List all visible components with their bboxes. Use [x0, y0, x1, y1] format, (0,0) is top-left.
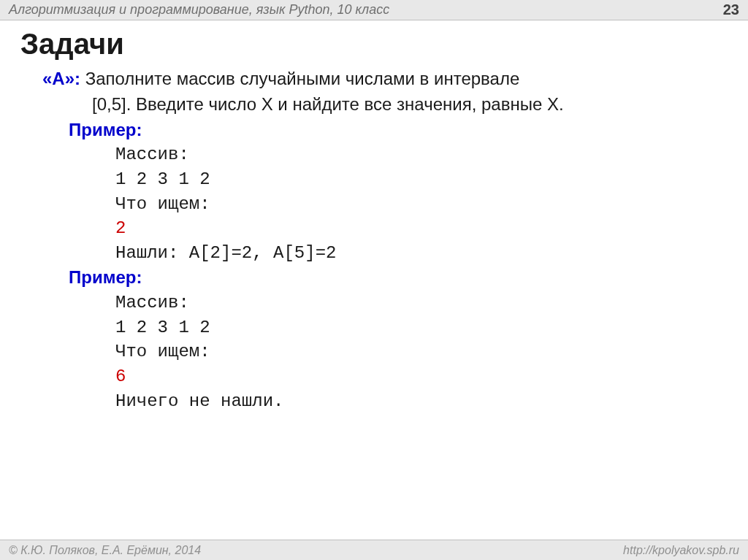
slide-content: Задачи «A»: Заполните массив случайными … [0, 20, 748, 421]
main-title: Задачи [20, 28, 728, 61]
example1-search-label: Что ищем: [115, 192, 728, 217]
example2-array-label: Массив: [115, 291, 728, 315]
task-description-line1: «A»: Заполните массив случайными числами… [42, 66, 728, 92]
example2-label: Пример: [69, 265, 728, 291]
example1-label: Пример: [69, 118, 728, 143]
example2-search-label: Что ищем: [115, 340, 728, 364]
example-heading-1: Пример: [69, 120, 142, 139]
example1-array-values: 1 2 3 1 2 [115, 167, 728, 192]
example2-result: Ничего не нашли. [115, 389, 728, 414]
task-label: «A»: [42, 69, 80, 88]
example-heading-2: Пример: [69, 267, 142, 287]
example2-search-value: 6 [115, 364, 728, 389]
slide-header: Алгоритмизация и программирование, язык … [0, 0, 748, 20]
task-description-line2: [0,5]. Введите число X и найдите все зна… [92, 92, 728, 118]
example1-array-label: Массив: [115, 142, 728, 167]
example1-search-value: 2 [115, 216, 728, 241]
example1-result: Нашли: A[2]=2, A[5]=2 [115, 241, 728, 266]
page-number: 23 [723, 1, 739, 18]
header-title: Алгоритмизация и программирование, язык … [9, 2, 389, 18]
example2-array-values: 1 2 3 1 2 [115, 315, 728, 340]
slide-footer: © К.Ю. Поляков, Е.А. Ерёмин, 2014 http:/… [0, 540, 748, 560]
footer-copyright: © К.Ю. Поляков, Е.А. Ерёмин, 2014 [9, 544, 201, 557]
task-text-1: Заполните массив случайными числами в ин… [80, 69, 519, 88]
footer-url: http://kpolyakov.spb.ru [623, 544, 739, 557]
task-block: «A»: Заполните массив случайными числами… [42, 66, 728, 413]
